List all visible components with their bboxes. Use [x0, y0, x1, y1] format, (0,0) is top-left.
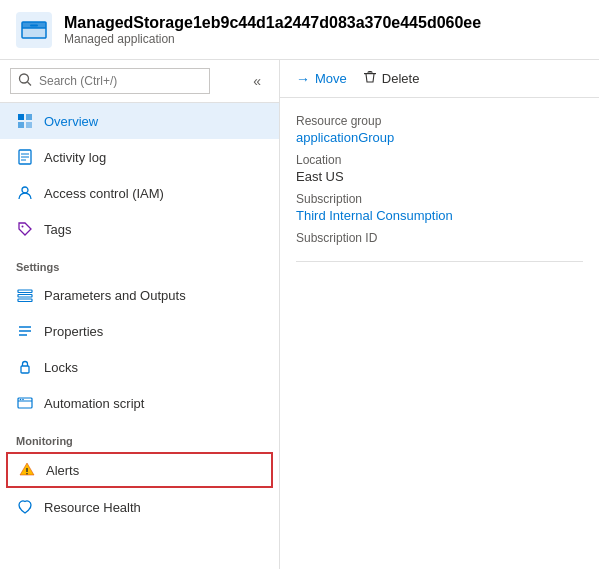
- parameters-label: Parameters and Outputs: [44, 288, 186, 303]
- monitoring-section-label: Monitoring: [0, 421, 279, 451]
- locks-icon: [16, 358, 34, 376]
- automation-icon: [16, 394, 34, 412]
- locks-label: Locks: [44, 360, 78, 375]
- content-toolbar: → Move Delete: [280, 60, 599, 98]
- location-section: Location East US: [296, 153, 583, 184]
- svg-rect-29: [26, 468, 27, 472]
- properties-icon: [16, 322, 34, 340]
- delete-button[interactable]: Delete: [363, 70, 420, 87]
- alerts-label: Alerts: [46, 463, 79, 478]
- sidebar-item-resource-health[interactable]: Resource Health: [0, 489, 279, 525]
- main-layout: « Overview Activity log Access control (…: [0, 60, 599, 569]
- search-icon: [18, 73, 32, 90]
- sidebar-item-activity-log[interactable]: Activity log: [0, 139, 279, 175]
- location-label: Location: [296, 153, 583, 167]
- svg-point-16: [22, 187, 28, 193]
- svg-rect-10: [18, 122, 24, 128]
- svg-line-7: [28, 82, 32, 86]
- svg-rect-32: [368, 72, 372, 74]
- delete-icon: [363, 70, 377, 87]
- svg-point-17: [22, 226, 24, 228]
- sidebar-item-properties[interactable]: Properties: [0, 313, 279, 349]
- svg-rect-8: [18, 114, 24, 120]
- resource-group-section: Resource group applicationGroup: [296, 114, 583, 145]
- resource-health-icon: [16, 498, 34, 516]
- app-icon: [16, 12, 52, 48]
- sidebar-item-overview[interactable]: Overview: [0, 103, 279, 139]
- svg-rect-18: [18, 290, 32, 293]
- app-title: ManagedStorage1eb9c44d1a2447d083a370e445…: [64, 14, 481, 32]
- resource-health-label: Resource Health: [44, 500, 141, 515]
- iam-icon: [16, 184, 34, 202]
- overview-label: Overview: [44, 114, 98, 129]
- content-area: → Move Delete Resource group application…: [280, 60, 599, 569]
- activity-log-label: Activity log: [44, 150, 106, 165]
- tags-icon: [16, 220, 34, 238]
- automation-label: Automation script: [44, 396, 144, 411]
- sidebar-item-iam[interactable]: Access control (IAM): [0, 175, 279, 211]
- svg-rect-5: [30, 24, 38, 26]
- sidebar-item-automation[interactable]: Automation script: [0, 385, 279, 421]
- alerts-icon: [18, 461, 36, 479]
- svg-point-27: [20, 399, 22, 401]
- activity-log-icon: [16, 148, 34, 166]
- iam-label: Access control (IAM): [44, 186, 164, 201]
- delete-label: Delete: [382, 71, 420, 86]
- svg-rect-19: [18, 295, 32, 298]
- parameters-icon: [16, 286, 34, 304]
- sidebar-item-parameters[interactable]: Parameters and Outputs: [0, 277, 279, 313]
- svg-rect-30: [26, 473, 27, 474]
- subscription-section: Subscription Third Internal Consumption: [296, 192, 583, 223]
- svg-point-6: [20, 74, 29, 83]
- svg-rect-20: [18, 299, 32, 302]
- svg-point-28: [22, 399, 24, 401]
- move-label: Move: [315, 71, 347, 86]
- sidebar-item-alerts[interactable]: Alerts: [6, 452, 273, 488]
- properties-label: Properties: [44, 324, 103, 339]
- resource-group-value[interactable]: applicationGroup: [296, 130, 583, 145]
- subscription-value[interactable]: Third Internal Consumption: [296, 208, 583, 223]
- sidebar-item-locks[interactable]: Locks: [0, 349, 279, 385]
- subscription-id-label: Subscription ID: [296, 231, 583, 245]
- move-button[interactable]: → Move: [296, 71, 347, 87]
- header-text-container: ManagedStorage1eb9c44d1a2447d083a370e445…: [64, 14, 481, 46]
- move-icon: →: [296, 71, 310, 87]
- location-value: East US: [296, 169, 583, 184]
- svg-rect-24: [21, 366, 29, 373]
- app-header: ManagedStorage1eb9c44d1a2447d083a370e445…: [0, 0, 599, 60]
- sidebar: « Overview Activity log Access control (…: [0, 60, 280, 569]
- subscription-label: Subscription: [296, 192, 583, 206]
- resource-group-label: Resource group: [296, 114, 583, 128]
- overview-icon: [16, 112, 34, 130]
- svg-rect-9: [26, 114, 32, 120]
- tags-label: Tags: [44, 222, 71, 237]
- details-panel: Resource group applicationGroup Location…: [280, 98, 599, 294]
- sidebar-item-tags[interactable]: Tags: [0, 211, 279, 247]
- subscription-id-section: Subscription ID: [296, 231, 583, 245]
- search-input[interactable]: [10, 68, 210, 94]
- collapse-button[interactable]: «: [245, 69, 269, 93]
- app-subtitle: Managed application: [64, 32, 481, 46]
- settings-section-label: Settings: [0, 247, 279, 277]
- details-separator: [296, 261, 583, 262]
- search-container: «: [0, 60, 279, 103]
- svg-rect-11: [26, 122, 32, 128]
